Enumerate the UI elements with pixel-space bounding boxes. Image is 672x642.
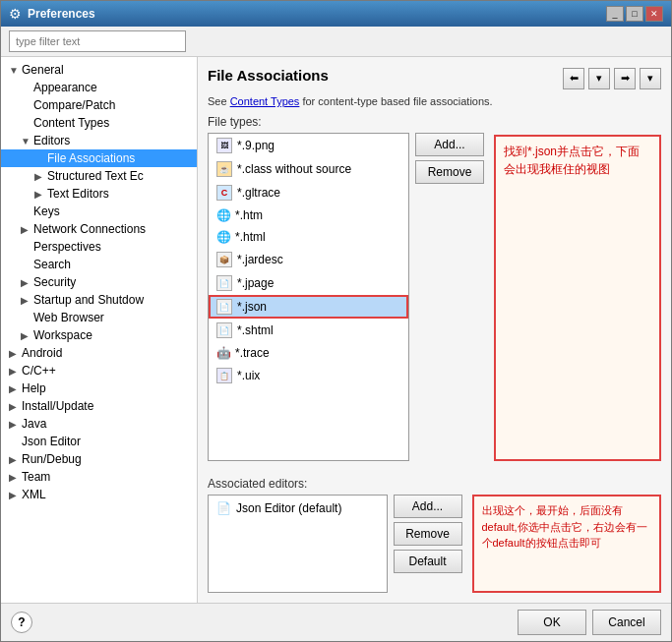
title-controls: _ □ ✕ xyxy=(606,6,663,22)
cancel-button[interactable]: Cancel xyxy=(592,610,661,635)
annotation-2: 出现这个，最开始，后面没有default,你选中点击它，右边会有一个defaul… xyxy=(472,495,662,593)
editor-icon: 📄 xyxy=(216,501,231,515)
forward-button[interactable]: ➡ xyxy=(614,68,636,89)
arrow-icon: ▶ xyxy=(34,171,44,182)
sidebar-item-file-associations[interactable]: File Associations xyxy=(1,149,197,167)
sidebar-item-xml[interactable]: ▶ XML xyxy=(1,486,197,503)
sidebar-item-appearance[interactable]: Appearance xyxy=(1,79,197,96)
remove-file-type-button[interactable]: Remove xyxy=(415,160,484,184)
sidebar-item-java[interactable]: ▶ Java xyxy=(1,415,197,433)
sidebar-item-label: Android xyxy=(22,346,62,360)
arrow-icon: ▼ xyxy=(9,65,19,76)
toolbar-row xyxy=(1,27,671,57)
file-type-label: *.html xyxy=(235,230,266,244)
sidebar-item-security[interactable]: ▶ Security xyxy=(1,273,197,291)
arrow-icon: ▶ xyxy=(9,472,19,483)
ok-button[interactable]: OK xyxy=(518,610,586,635)
sidebar-item-label: Workspace xyxy=(33,328,92,342)
file-icon: 📋 xyxy=(216,368,232,383)
preferences-dialog: ⚙ Preferences _ □ ✕ ▼ General Appearance xyxy=(0,0,672,642)
sidebar-item-label: Run/Debug xyxy=(22,452,82,466)
window-title: Preferences xyxy=(28,7,95,21)
sidebar-item-label: Keys xyxy=(33,204,60,218)
arrow-icon: ▶ xyxy=(34,189,44,200)
file-type-jardesc[interactable]: 📦 *.jardesc xyxy=(209,248,408,271)
sidebar-item-web-browser[interactable]: Web Browser xyxy=(1,309,197,326)
file-type-label: *.jpage xyxy=(237,276,274,290)
help-button[interactable]: ? xyxy=(11,612,32,633)
sidebar-item-editors[interactable]: ▼ Editors xyxy=(1,132,197,149)
default-editor-button[interactable]: Default xyxy=(394,550,462,573)
sidebar-item-network-connections[interactable]: ▶ Network Connections xyxy=(1,220,197,238)
sidebar-item-label: Content Types xyxy=(33,116,109,130)
file-type-uix[interactable]: 📋 *.uix xyxy=(209,364,408,387)
file-type-htm[interactable]: 🌐 *.htm xyxy=(209,204,408,226)
bottom-right: OK Cancel xyxy=(518,610,661,635)
file-type-label: *.9.png xyxy=(237,139,275,152)
arrow-icon: ▶ xyxy=(21,224,31,235)
sidebar-item-keys[interactable]: Keys xyxy=(1,203,197,220)
file-type-trace[interactable]: 🤖 *.trace xyxy=(209,342,408,364)
filter-input[interactable] xyxy=(9,30,186,52)
sidebar-item-content-types[interactable]: Content Types xyxy=(1,114,197,132)
file-type-json[interactable]: 📄 *.json xyxy=(209,295,408,319)
dropdown2-button[interactable]: ▾ xyxy=(640,68,661,89)
arrow-icon: ▶ xyxy=(9,490,19,500)
content-types-link[interactable]: Content Types xyxy=(230,95,300,107)
sidebar-item-workspace[interactable]: ▶ Workspace xyxy=(1,326,197,344)
minimize-button[interactable]: _ xyxy=(606,6,624,22)
arrow-icon: ▶ xyxy=(9,383,19,394)
file-type-label: *.gltrace xyxy=(237,186,280,200)
back-button[interactable]: ⬅ xyxy=(563,68,584,89)
maximize-button[interactable]: □ xyxy=(626,6,643,22)
sidebar-item-label: Help xyxy=(22,381,46,395)
dropdown-button[interactable]: ▾ xyxy=(588,68,610,89)
add-editor-button[interactable]: Add... xyxy=(394,495,462,518)
file-type-gltrace[interactable]: C *.gltrace xyxy=(209,181,408,204)
sidebar-item-android[interactable]: ▶ Android xyxy=(1,344,197,362)
file-type-9png[interactable]: 🖼 *.9.png xyxy=(209,134,408,157)
bottom-bar: ? OK Cancel xyxy=(1,603,671,641)
file-icon: 📦 xyxy=(216,252,232,267)
file-icon: 📄 xyxy=(216,275,232,291)
file-type-jpage[interactable]: 📄 *.jpage xyxy=(209,271,408,295)
sidebar-item-help[interactable]: ▶ Help xyxy=(1,379,197,397)
associated-editors-label: Associated editors: xyxy=(208,477,661,491)
file-type-shtml[interactable]: 📄 *.shtml xyxy=(209,319,408,342)
sidebar-item-perspectives[interactable]: Perspectives xyxy=(1,238,197,256)
sidebar-item-label: File Associations xyxy=(47,151,135,165)
sidebar-item-structured-text[interactable]: ▶ Structured Text Ec xyxy=(1,167,197,185)
bottom-left: ? xyxy=(11,612,32,633)
associated-editor-item[interactable]: 📄 Json Editor (default) xyxy=(213,499,383,517)
sidebar-item-label: Security xyxy=(33,275,76,289)
sidebar-item-label: Team xyxy=(22,470,50,484)
sidebar-item-general[interactable]: ▼ General xyxy=(1,61,197,79)
sidebar-item-search[interactable]: Search xyxy=(1,256,197,273)
remove-editor-button[interactable]: Remove xyxy=(394,522,462,546)
sidebar-item-label: Java xyxy=(22,417,46,431)
file-type-class[interactable]: ☕ *.class without source xyxy=(209,157,408,181)
arrow-icon: ▶ xyxy=(21,277,31,288)
associated-section: Associated editors: 📄 Json Editor (defau… xyxy=(208,477,661,593)
sidebar-item-label: Json Editor xyxy=(22,435,81,448)
title-bar: ⚙ Preferences _ □ ✕ xyxy=(1,1,671,27)
sidebar-item-install-update[interactable]: ▶ Install/Update xyxy=(1,397,197,415)
sidebar-item-label: General xyxy=(22,63,64,77)
sidebar-item-compare-patch[interactable]: Compare/Patch xyxy=(1,96,197,114)
file-icon: 🌐 xyxy=(216,208,230,222)
sidebar-item-startup-shutdown[interactable]: ▶ Startup and Shutdow xyxy=(1,291,197,309)
panel-title: File Associations xyxy=(208,67,563,84)
sidebar-item-team[interactable]: ▶ Team xyxy=(1,468,197,486)
sidebar: ▼ General Appearance Compare/Patch Conte… xyxy=(1,57,198,603)
file-type-html[interactable]: 🌐 *.html xyxy=(209,226,408,248)
close-button[interactable]: ✕ xyxy=(645,6,663,22)
sidebar-item-text-editors[interactable]: ▶ Text Editors xyxy=(1,185,197,203)
add-file-type-button[interactable]: Add... xyxy=(415,133,484,156)
sidebar-item-cpp[interactable]: ▶ C/C++ xyxy=(1,362,197,379)
sidebar-item-json-editor[interactable]: Json Editor xyxy=(1,433,197,450)
sidebar-item-run-debug[interactable]: ▶ Run/Debug xyxy=(1,450,197,468)
file-icon: 📄 xyxy=(216,299,232,315)
arrow-icon: ▶ xyxy=(21,330,31,341)
arrow-icon: ▶ xyxy=(9,419,19,430)
sidebar-item-label: Text Editors xyxy=(47,187,109,201)
